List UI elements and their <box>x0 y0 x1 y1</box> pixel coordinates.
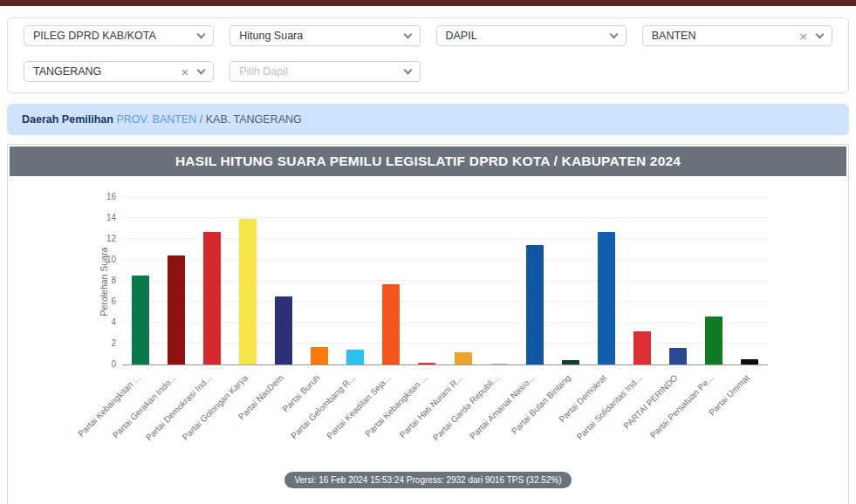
plot-wrap: Perolehan Suara 0246810121416 Partai Keb… <box>122 198 768 463</box>
bar-slot <box>194 232 229 364</box>
data-type-select[interactable]: Hitung Suara <box>229 25 420 46</box>
top-accent-bar <box>0 0 856 6</box>
x-label-slot: Partai Ummat <box>732 365 768 463</box>
chart-body: Perolehan Suara 0246810121416 Partai Keb… <box>10 176 846 488</box>
bar[interactable] <box>741 359 758 364</box>
bars-container <box>122 198 768 364</box>
bar[interactable] <box>633 331 651 364</box>
bar-slot <box>481 364 517 364</box>
province-select[interactable]: BANTEN × <box>642 25 832 46</box>
bar[interactable] <box>168 255 185 364</box>
chart-panel: HASIL HITUNG SUARA PEMILU LEGISLATIF DPR… <box>7 144 849 504</box>
bar[interactable] <box>598 232 615 364</box>
bar[interactable] <box>239 219 257 364</box>
filter-row-2: TANGERANG × Pilih Dapil <box>24 61 832 82</box>
bar-slot <box>265 296 301 364</box>
province-value: BANTEN <box>652 30 799 42</box>
chevron-down-icon <box>816 30 825 38</box>
clear-icon[interactable]: × <box>799 30 807 43</box>
bar[interactable] <box>382 284 400 364</box>
region-mode-value: DAPIL <box>446 30 611 42</box>
filters-panel: PILEG DPRD KAB/KOTA Hitung Suara DAPIL B… <box>7 17 849 93</box>
bar[interactable] <box>346 350 364 364</box>
kabupaten-select[interactable]: TANGERANG × <box>24 61 214 82</box>
bar[interactable] <box>562 360 579 364</box>
bar[interactable] <box>275 296 292 364</box>
bar-slot <box>625 331 661 364</box>
y-axis-tick: 10 <box>106 255 116 264</box>
election-type-value: PILEG DPRD KAB/KOTA <box>33 30 198 42</box>
chevron-down-icon <box>197 65 206 74</box>
bar[interactable] <box>705 317 722 364</box>
x-label-slot: Partai NasDem <box>265 365 301 463</box>
bar-slot <box>158 255 194 364</box>
election-type-select[interactable]: PILEG DPRD KAB/KOTA <box>24 25 214 46</box>
bar[interactable] <box>418 363 435 364</box>
chart-title: HASIL HITUNG SUARA PEMILU LEGISLATIF DPR… <box>10 146 846 176</box>
bar[interactable] <box>455 352 472 364</box>
y-axis-tick: 4 <box>111 317 116 327</box>
bar-slot <box>409 363 445 364</box>
filter-row-1: PILEG DPRD KAB/KOTA Hitung Suara DAPIL B… <box>24 25 832 46</box>
y-axis-tick: 0 <box>111 359 116 369</box>
bar-slot <box>696 317 732 364</box>
bar-slot <box>229 219 265 364</box>
y-axis-tick: 12 <box>106 234 116 243</box>
x-axis-labels: Partai Kebangkitan ...Partai Gerakan Ind… <box>122 365 768 463</box>
bar-slot <box>661 348 696 364</box>
region-mode-select[interactable]: DAPIL <box>436 25 627 46</box>
chevron-down-icon <box>609 30 618 38</box>
chevron-down-icon <box>197 30 206 38</box>
bar[interactable] <box>311 347 328 364</box>
breadcrumb-label: Daerah Pemilihan <box>22 113 113 126</box>
plot-area: Perolehan Suara 0246810121416 <box>122 198 768 365</box>
breadcrumb-separator: / <box>200 113 202 126</box>
kabupaten-value: TANGERANG <box>33 65 181 78</box>
clear-icon[interactable]: × <box>181 65 188 78</box>
breadcrumb-link-province[interactable]: PROV. BANTEN <box>116 113 196 126</box>
chevron-down-icon <box>403 65 412 74</box>
bar-slot <box>302 347 338 364</box>
y-axis-tick: 2 <box>111 338 116 348</box>
y-axis-tick: 6 <box>111 296 116 306</box>
bar-slot <box>517 245 552 364</box>
chevron-down-icon <box>403 30 412 38</box>
bar-slot <box>445 352 481 364</box>
y-axis-tick: 14 <box>106 213 116 222</box>
gridline <box>122 196 768 197</box>
version-status-badge: Versi: 16 Feb 2024 15:53:24 Progress: 29… <box>284 472 571 488</box>
bar[interactable] <box>490 364 508 364</box>
bar[interactable] <box>669 348 687 364</box>
bar[interactable] <box>203 232 221 364</box>
dapil-placeholder: Pilih Dapil <box>239 65 404 78</box>
x-axis-label: Partai Kebangkitan ... <box>76 373 141 439</box>
y-axis-tick: 8 <box>111 276 116 285</box>
data-type-value: Hitung Suara <box>239 30 404 42</box>
y-axis-tick: 16 <box>106 192 116 201</box>
bar[interactable] <box>526 245 544 364</box>
bar-slot <box>122 276 158 364</box>
breadcrumb: Daerah Pemilihan PROV. BANTEN / KAB. TAN… <box>7 104 849 135</box>
bar-slot <box>338 350 373 364</box>
breadcrumb-current: KAB. TANGERANG <box>206 113 302 126</box>
y-axis: 0246810121416 <box>83 198 116 364</box>
bar-slot <box>552 360 588 364</box>
bar-slot <box>732 359 768 364</box>
bar-slot <box>373 284 409 364</box>
bar-slot <box>588 232 624 364</box>
bar[interactable] <box>132 276 149 364</box>
dapil-select[interactable]: Pilih Dapil <box>229 61 420 82</box>
